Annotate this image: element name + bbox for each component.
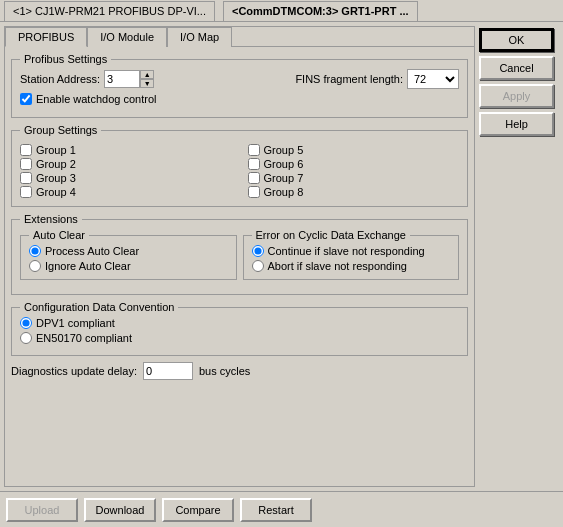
group-8-label: Group 8 bbox=[264, 186, 304, 198]
group-7-checkbox[interactable] bbox=[248, 172, 260, 184]
watchdog-checkbox[interactable] bbox=[20, 93, 32, 105]
group-settings-group: Group Settings Group 1 Group 5 Group 2 bbox=[11, 124, 468, 207]
group-4-label: Group 4 bbox=[36, 186, 76, 198]
continue-slave-radio[interactable] bbox=[252, 245, 264, 257]
station-address-down[interactable]: ▼ bbox=[140, 79, 154, 88]
group-6-item: Group 6 bbox=[248, 158, 460, 170]
diagnostics-label: Diagnostics update delay: bbox=[11, 365, 137, 377]
error-cyclic-group: Error on Cyclic Data Exchange Continue i… bbox=[243, 229, 460, 280]
diagnostics-row: Diagnostics update delay: bus cycles bbox=[11, 362, 468, 380]
title-tab-1[interactable]: <1> CJ1W-PRM21 PROFIBUS DP-VI... bbox=[4, 1, 215, 21]
group-1-label: Group 1 bbox=[36, 144, 76, 156]
title-bar: <1> CJ1W-PRM21 PROFIBUS DP-VI... <CommDT… bbox=[0, 0, 563, 22]
dpv1-radio[interactable] bbox=[20, 317, 32, 329]
restart-button[interactable]: Restart bbox=[240, 498, 312, 522]
group-2-label: Group 2 bbox=[36, 158, 76, 170]
bottom-bar: Upload Download Compare Restart bbox=[0, 491, 563, 527]
auto-clear-group: Auto Clear Process Auto Clear Ignore Aut… bbox=[20, 229, 237, 280]
group-7-item: Group 7 bbox=[248, 172, 460, 184]
group-4-item: Group 4 bbox=[20, 186, 232, 198]
fins-fragment-select[interactable]: 72 bbox=[407, 69, 459, 89]
auto-clear-legend: Auto Clear bbox=[29, 229, 89, 241]
config-data-group: Configuration Data Convention DPV1 compl… bbox=[11, 301, 468, 356]
ignore-auto-clear-radio[interactable] bbox=[29, 260, 41, 272]
station-address-input[interactable] bbox=[104, 70, 140, 88]
ignore-auto-clear-row: Ignore Auto Clear bbox=[29, 260, 228, 272]
group-5-item: Group 5 bbox=[248, 144, 460, 156]
dpv1-row: DPV1 compliant bbox=[20, 317, 459, 329]
upload-button[interactable]: Upload bbox=[6, 498, 78, 522]
en50170-radio[interactable] bbox=[20, 332, 32, 344]
dpv1-label: DPV1 compliant bbox=[36, 317, 115, 329]
group-8-item: Group 8 bbox=[248, 186, 460, 198]
watchdog-label: Enable watchdog control bbox=[36, 93, 156, 105]
tab-io-module[interactable]: I/O Module bbox=[87, 27, 167, 47]
group-3-checkbox[interactable] bbox=[20, 172, 32, 184]
extensions-legend: Extensions bbox=[20, 213, 82, 225]
group-2-checkbox[interactable] bbox=[20, 158, 32, 170]
help-button[interactable]: Help bbox=[479, 112, 554, 136]
en50170-label: EN50170 compliant bbox=[36, 332, 132, 344]
tab-profibus[interactable]: PROFIBUS bbox=[5, 27, 87, 47]
group-6-label: Group 6 bbox=[264, 158, 304, 170]
process-auto-clear-row: Process Auto Clear bbox=[29, 245, 228, 257]
diagnostics-input[interactable] bbox=[143, 362, 193, 380]
station-address-row: Station Address: ▲ ▼ FINS fragment lengt… bbox=[20, 69, 459, 89]
process-auto-clear-label: Process Auto Clear bbox=[45, 245, 139, 257]
station-address-spinner: ▲ ▼ bbox=[140, 70, 154, 88]
tab-content: Profibus Settings Station Address: ▲ ▼ F… bbox=[5, 47, 474, 486]
fins-fragment-label: FINS fragment length: bbox=[295, 73, 403, 85]
group-1-checkbox[interactable] bbox=[20, 144, 32, 156]
tab-io-map[interactable]: I/O Map bbox=[167, 27, 232, 47]
profibus-settings-legend: Profibus Settings bbox=[20, 53, 111, 65]
download-button[interactable]: Download bbox=[84, 498, 156, 522]
group-4-checkbox[interactable] bbox=[20, 186, 32, 198]
station-address-label: Station Address: bbox=[20, 73, 100, 85]
group-2-item: Group 2 bbox=[20, 158, 232, 170]
continue-slave-row: Continue if slave not responding bbox=[252, 245, 451, 257]
apply-button[interactable]: Apply bbox=[479, 84, 554, 108]
group-grid: Group 1 Group 5 Group 2 Group 6 bbox=[20, 144, 459, 198]
extensions-group: Extensions Auto Clear Process Auto Clear… bbox=[11, 213, 468, 295]
group-7-label: Group 7 bbox=[264, 172, 304, 184]
left-panel: PROFIBUS I/O Module I/O Map Profibus Set… bbox=[4, 26, 475, 487]
group-1-item: Group 1 bbox=[20, 144, 232, 156]
compare-button[interactable]: Compare bbox=[162, 498, 234, 522]
group-8-checkbox[interactable] bbox=[248, 186, 260, 198]
process-auto-clear-radio[interactable] bbox=[29, 245, 41, 257]
group-3-item: Group 3 bbox=[20, 172, 232, 184]
abort-slave-label: Abort if slave not responding bbox=[268, 260, 407, 272]
en50170-row: EN50170 compliant bbox=[20, 332, 459, 344]
config-data-legend: Configuration Data Convention bbox=[20, 301, 178, 313]
error-cyclic-legend: Error on Cyclic Data Exchange bbox=[252, 229, 410, 241]
right-panel: OK Cancel Apply Help bbox=[479, 26, 559, 487]
group-3-label: Group 3 bbox=[36, 172, 76, 184]
tabs-bar: PROFIBUS I/O Module I/O Map bbox=[5, 27, 474, 47]
main-container: PROFIBUS I/O Module I/O Map Profibus Set… bbox=[0, 22, 563, 491]
diagnostics-unit: bus cycles bbox=[199, 365, 250, 377]
group-5-checkbox[interactable] bbox=[248, 144, 260, 156]
watchdog-row: Enable watchdog control bbox=[20, 93, 459, 105]
abort-slave-radio[interactable] bbox=[252, 260, 264, 272]
group-settings-legend: Group Settings bbox=[20, 124, 101, 136]
ok-button[interactable]: OK bbox=[479, 28, 554, 52]
group-5-label: Group 5 bbox=[264, 144, 304, 156]
extensions-row: Auto Clear Process Auto Clear Ignore Aut… bbox=[20, 229, 459, 286]
station-address-up[interactable]: ▲ bbox=[140, 70, 154, 79]
cancel-button[interactable]: Cancel bbox=[479, 56, 554, 80]
profibus-settings-group: Profibus Settings Station Address: ▲ ▼ F… bbox=[11, 53, 468, 118]
continue-slave-label: Continue if slave not responding bbox=[268, 245, 425, 257]
title-tab-2[interactable]: <CommDTMCOM:3> GRT1-PRT ... bbox=[223, 1, 418, 21]
station-address-input-wrapper: ▲ ▼ bbox=[104, 70, 154, 88]
group-6-checkbox[interactable] bbox=[248, 158, 260, 170]
abort-slave-row: Abort if slave not responding bbox=[252, 260, 451, 272]
ignore-auto-clear-label: Ignore Auto Clear bbox=[45, 260, 131, 272]
